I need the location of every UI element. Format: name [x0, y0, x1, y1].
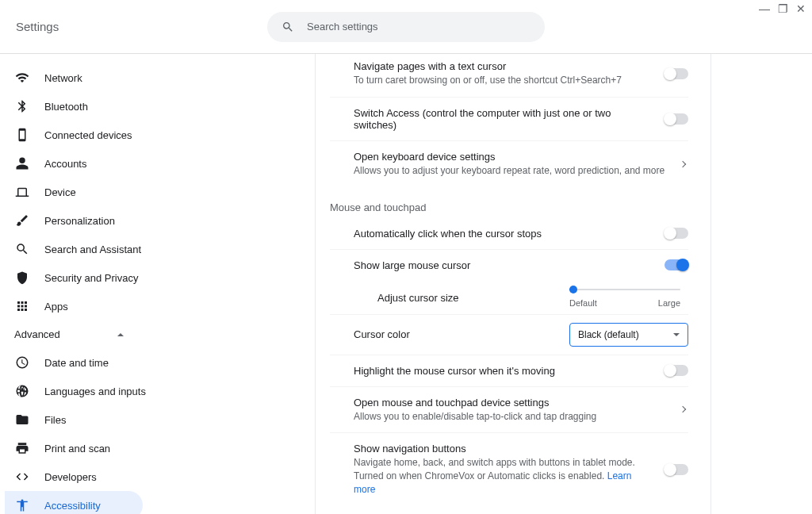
- row-subtitle: Allows you to enable/disable tap-to-clic…: [354, 410, 671, 424]
- sidebar-item-label: Date and time: [44, 357, 109, 369]
- toggle-highlight-cursor[interactable]: [665, 365, 688, 376]
- sidebar-item-label: Bluetooth: [44, 101, 88, 113]
- row-cursor-color: Cursor color Black (default): [330, 315, 688, 355]
- sidebar-item-label: Search and Assistant: [44, 244, 141, 255]
- chevron-up-icon: [117, 333, 124, 336]
- sidebar-item-label: Print and scan: [44, 443, 110, 455]
- sidebar-item-network[interactable]: Network: [5, 63, 198, 92]
- sidebar-item-accessibility[interactable]: Accessibility: [5, 491, 143, 514]
- row-title: Switch Access (control the computer with…: [354, 107, 655, 131]
- sidebar-section-label: Advanced: [14, 328, 60, 340]
- printer-icon: [14, 441, 30, 455]
- sidebar-item-label: Languages and inputs: [44, 386, 146, 397]
- row-title: Show large mouse cursor: [354, 259, 655, 271]
- sidebar-item-label: Accounts: [44, 158, 86, 170]
- row-large-cursor: Show large mouse cursor: [330, 250, 688, 281]
- section-title-mouse: Mouse and touchpad: [330, 187, 696, 218]
- toggle-auto-click[interactable]: [665, 228, 688, 239]
- clock-icon: [14, 355, 30, 370]
- sidebar: Network Bluetooth Connected devices Acco…: [0, 54, 214, 514]
- shield-icon: [14, 270, 30, 285]
- phone-icon: [14, 128, 30, 142]
- sidebar-item-files[interactable]: Files: [5, 405, 198, 434]
- settings-panel: Navigate pages with a text cursor To tur…: [315, 54, 711, 514]
- sidebar-item-label: Device: [44, 186, 76, 198]
- row-subtitle: Navigate home, back, and switch apps wit…: [354, 456, 655, 496]
- row-highlight-cursor: Highlight the mouse cursor when it's mov…: [330, 355, 688, 387]
- toggle-switch-access[interactable]: [665, 113, 688, 125]
- row-title: Open keyboard device settings: [354, 151, 671, 163]
- sidebar-item-personalization[interactable]: Personalization: [5, 206, 198, 235]
- search-icon: [14, 242, 30, 256]
- accessibility-icon: [14, 498, 30, 512]
- page-title: Settings: [16, 20, 59, 33]
- chevron-down-icon: [673, 333, 680, 336]
- slider-thumb[interactable]: [569, 286, 577, 293]
- sidebar-item-accounts[interactable]: Accounts: [5, 149, 198, 178]
- row-navigation-buttons: Show navigation buttons Navigate home, b…: [330, 433, 688, 505]
- sidebar-section-advanced[interactable]: Advanced: [5, 320, 143, 348]
- sidebar-item-label: Connected devices: [44, 129, 132, 141]
- bluetooth-icon: [14, 99, 30, 113]
- slider-max-label: Large: [658, 298, 680, 308]
- code-icon: [14, 470, 30, 484]
- globe-icon: [14, 384, 30, 398]
- row-switch-access: Switch Access (control the computer with…: [330, 98, 688, 141]
- sidebar-item-label: Accessibility: [44, 500, 101, 512]
- search-icon: [282, 21, 294, 33]
- row-title: Automatically click when the cursor stop…: [354, 228, 655, 240]
- search-input[interactable]: [305, 20, 530, 33]
- sidebar-item-bluetooth[interactable]: Bluetooth: [5, 92, 198, 121]
- toggle-large-cursor[interactable]: [665, 259, 688, 270]
- app-header: Settings: [0, 0, 812, 54]
- row-subtitle: To turn caret browsing on or off, use th…: [354, 74, 655, 87]
- sidebar-item-security-privacy[interactable]: Security and Privacy: [5, 263, 198, 292]
- sidebar-item-label: Network: [44, 72, 82, 84]
- sidebar-item-date-time[interactable]: Date and time: [5, 348, 198, 377]
- folder-icon: [14, 412, 30, 427]
- sidebar-item-developers[interactable]: Developers: [5, 462, 198, 491]
- sidebar-item-label: Personalization: [44, 215, 115, 227]
- cursor-size-slider[interactable]: [569, 289, 680, 290]
- row-title: Navigate pages with a text cursor: [354, 60, 655, 72]
- toggle-navigate-text-cursor[interactable]: [665, 68, 688, 79]
- row-cursor-size: Adjust cursor size Default Large: [330, 281, 688, 315]
- cursor-color-select[interactable]: Black (default): [569, 323, 688, 347]
- sidebar-item-label: Files: [44, 414, 66, 426]
- row-title: Cursor color: [354, 328, 410, 340]
- sidebar-item-label: Apps: [44, 301, 68, 313]
- section-title-audio: Audio and captions: [330, 506, 696, 514]
- slider-min-label: Default: [569, 298, 597, 308]
- row-open-keyboard-settings[interactable]: Open keyboard device settings Allows you…: [330, 141, 688, 187]
- chevron-right-icon: [680, 406, 686, 412]
- wifi-icon: [14, 71, 30, 85]
- sidebar-item-languages-inputs[interactable]: Languages and inputs: [5, 377, 198, 405]
- content-area: Navigate pages with a text cursor To tur…: [214, 54, 812, 514]
- row-title: Show navigation buttons: [354, 443, 655, 455]
- row-subtitle: Allows you to adjust your keyboard repea…: [354, 164, 671, 178]
- select-value: Black (default): [578, 329, 639, 340]
- slider-label: Adjust cursor size: [377, 292, 459, 304]
- laptop-icon: [14, 185, 30, 199]
- sidebar-item-label: Security and Privacy: [44, 272, 139, 284]
- sidebar-item-device[interactable]: Device: [5, 178, 198, 206]
- row-navigate-text-cursor: Navigate pages with a text cursor To tur…: [330, 54, 688, 98]
- sidebar-item-print-scan[interactable]: Print and scan: [5, 434, 198, 462]
- row-title: Highlight the mouse cursor when it's mov…: [354, 365, 655, 377]
- row-open-mouse-settings[interactable]: Open mouse and touchpad device settings …: [330, 387, 688, 434]
- sidebar-item-connected-devices[interactable]: Connected devices: [5, 121, 198, 149]
- chevron-right-icon: [680, 160, 686, 167]
- row-title: Open mouse and touchpad device settings: [354, 397, 671, 409]
- search-field[interactable]: [267, 12, 545, 42]
- person-icon: [14, 156, 30, 171]
- sidebar-item-apps[interactable]: Apps: [5, 292, 198, 320]
- row-auto-click: Automatically click when the cursor stop…: [330, 218, 688, 250]
- sidebar-item-search-assistant[interactable]: Search and Assistant: [5, 235, 198, 263]
- sidebar-item-label: Developers: [44, 471, 97, 483]
- apps-icon: [14, 299, 30, 313]
- brush-icon: [14, 213, 30, 228]
- toggle-navigation-buttons[interactable]: [665, 464, 688, 475]
